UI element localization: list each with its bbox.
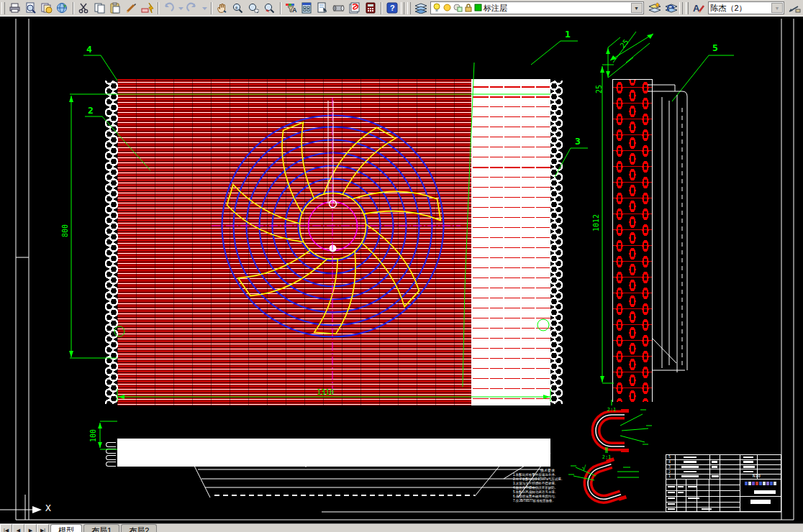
dim-1012: 1012: [593, 214, 600, 231]
material-code: N10: [753, 474, 761, 477]
centerlines: [212, 98, 461, 395]
ucs-icon: [0, 495, 42, 520]
tab-model[interactable]: 模型: [50, 524, 82, 532]
balloon-leaders: [83, 41, 734, 336]
break-line: [463, 63, 474, 387]
detail-2-tube: [582, 457, 627, 508]
surface-finish-symbol: √: [582, 464, 586, 472]
balloon-1: 1: [565, 29, 571, 39]
tab-layout1[interactable]: 布局1: [83, 524, 119, 532]
notes-title: 技术要求: [513, 468, 582, 472]
detail-1-scale: 2:1: [603, 407, 620, 413]
detail-2-label: Ⅱ: [599, 446, 614, 454]
tab-layout2[interactable]: 布局2: [121, 524, 157, 532]
detail-1-tube: [596, 409, 652, 452]
bom-item-no: 3: [668, 465, 671, 469]
detail-1-label: Ⅰ: [604, 399, 619, 407]
bom-item-no: 5: [668, 455, 671, 459]
ucs-x-label: X: [45, 503, 51, 513]
technical-notes: 技术要求 1.装配前所有零件应清洗干净。 2.芯子装配后以0.15MPa气压试漏…: [513, 468, 582, 503]
note-line: 7.按JB/T8577标准检查验收。: [513, 499, 582, 503]
bom-item-no: 2: [668, 470, 671, 474]
dim-100: 100: [90, 429, 97, 442]
balloon-5: 5: [712, 43, 718, 52]
tab-nav-next-icon[interactable]: ▶: [24, 524, 37, 532]
tab-nav-prev-icon[interactable]: ◀: [12, 524, 24, 532]
dim-800: 800: [62, 224, 69, 237]
dimension-arrows: [69, 34, 653, 448]
dim-25-vert: 25: [596, 85, 603, 93]
side-shroud-profile: [648, 85, 687, 372]
bom-item-no: 1: [668, 474, 671, 478]
bom-item-no: 4: [668, 460, 671, 464]
balloon-4: 4: [86, 45, 92, 54]
linework-overlay: [0, 0, 803, 532]
balloon-3: 3: [575, 137, 581, 146]
cad-application-window: ± A ? 标注层 ▼ A 陈杰（2） ▼: [0, 0, 803, 532]
tab-nav-first-icon[interactable]: |◀: [0, 524, 12, 532]
detail-2-scale: 2:1: [598, 454, 615, 460]
org-name-strip: [745, 482, 776, 485]
bottom-shroud-view: [185, 453, 550, 497]
layout-tab-bar: |◀ ◀ ▶ ▶| 模型 布局1 布局2: [0, 523, 803, 532]
balloon-2: 2: [88, 106, 94, 115]
title-block: 5 4 3 2 1 N10: [666, 454, 781, 512]
dim-1310: 1310: [317, 389, 334, 396]
dimension-lines: [70, 32, 653, 449]
tab-nav-last-icon[interactable]: ▶|: [37, 524, 49, 532]
